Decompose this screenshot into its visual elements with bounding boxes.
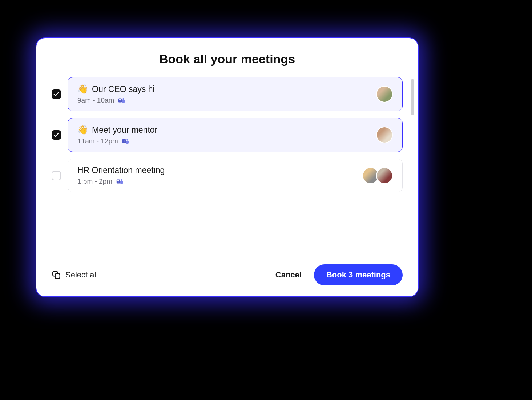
- meeting-time-line: 11am - 12pm T: [77, 137, 157, 145]
- book-meetings-button[interactable]: Book 3 meetings: [314, 264, 403, 285]
- avatar: [376, 127, 393, 143]
- cancel-button[interactable]: Cancel: [275, 270, 302, 280]
- meeting-card-text: 👋 Our CEO says hi 9am - 10am T: [77, 84, 155, 104]
- select-all-button[interactable]: Select all: [52, 270, 98, 280]
- meeting-title-line: 👋 Our CEO says hi: [77, 84, 155, 94]
- meeting-checkbox[interactable]: [52, 130, 61, 140]
- svg-rect-10: [55, 274, 60, 279]
- dialog-footer: Select all Cancel Book 3 meetings: [36, 256, 418, 296]
- wave-emoji-icon: 👋: [77, 125, 88, 135]
- meeting-card[interactable]: 👋 Our CEO says hi 9am - 10am T: [68, 77, 403, 111]
- svg-text:T: T: [123, 140, 125, 143]
- wave-emoji-icon: 👋: [77, 84, 88, 94]
- teams-icon: T: [116, 177, 124, 185]
- meeting-time: 11am - 12pm: [77, 137, 118, 145]
- scrollbar-thumb[interactable]: [411, 79, 414, 115]
- meeting-title: HR Orientation meeting: [77, 165, 165, 175]
- meeting-row: 👋 Our CEO says hi 9am - 10am T: [52, 77, 403, 111]
- svg-point-8: [121, 179, 122, 181]
- avatar: [376, 167, 393, 184]
- meeting-checkbox[interactable]: [52, 171, 61, 180]
- meeting-time-line: 9am - 10am T: [77, 96, 155, 104]
- check-icon: [53, 91, 59, 97]
- meeting-row: 👋 Meet your mentor 11am - 12pm T: [52, 118, 403, 152]
- meeting-card-text: HR Orientation meeting 1:pm - 2pm T: [77, 165, 165, 185]
- teams-icon: T: [118, 96, 126, 104]
- svg-point-5: [126, 139, 128, 141]
- meeting-row: HR Orientation meeting 1:pm - 2pm T: [52, 159, 403, 192]
- meeting-card-text: 👋 Meet your mentor 11am - 12pm T: [77, 125, 157, 145]
- meeting-title: Our CEO says hi: [92, 84, 155, 94]
- footer-actions: Cancel Book 3 meetings: [275, 264, 403, 285]
- meeting-card[interactable]: 👋 Meet your mentor 11am - 12pm T: [68, 118, 403, 152]
- meeting-time-line: 1:pm - 2pm T: [77, 177, 165, 185]
- meeting-time: 1:pm - 2pm: [77, 177, 112, 185]
- teams-icon: T: [122, 137, 130, 145]
- meeting-avatars: [376, 86, 393, 103]
- svg-text:T: T: [117, 180, 119, 183]
- meeting-title-line: 👋 Meet your mentor: [77, 125, 157, 135]
- check-icon: [53, 132, 59, 138]
- book-meetings-dialog: Book all your meetings 👋 Our CEO says hi…: [36, 38, 418, 296]
- meeting-title: Meet your mentor: [92, 125, 157, 135]
- meetings-list: 👋 Our CEO says hi 9am - 10am T: [36, 77, 418, 256]
- meeting-title-line: HR Orientation meeting: [77, 165, 165, 175]
- meeting-card[interactable]: HR Orientation meeting 1:pm - 2pm T: [68, 159, 403, 192]
- meeting-time: 9am - 10am: [77, 96, 114, 104]
- svg-text:T: T: [119, 99, 121, 102]
- svg-point-2: [123, 98, 125, 100]
- select-all-label: Select all: [65, 270, 98, 280]
- select-all-icon: [52, 270, 61, 280]
- avatar: [376, 86, 393, 103]
- meeting-checkbox[interactable]: [52, 89, 61, 99]
- meeting-avatars: [376, 127, 393, 143]
- meeting-avatars: [362, 167, 393, 184]
- dialog-title: Book all your meetings: [36, 38, 418, 77]
